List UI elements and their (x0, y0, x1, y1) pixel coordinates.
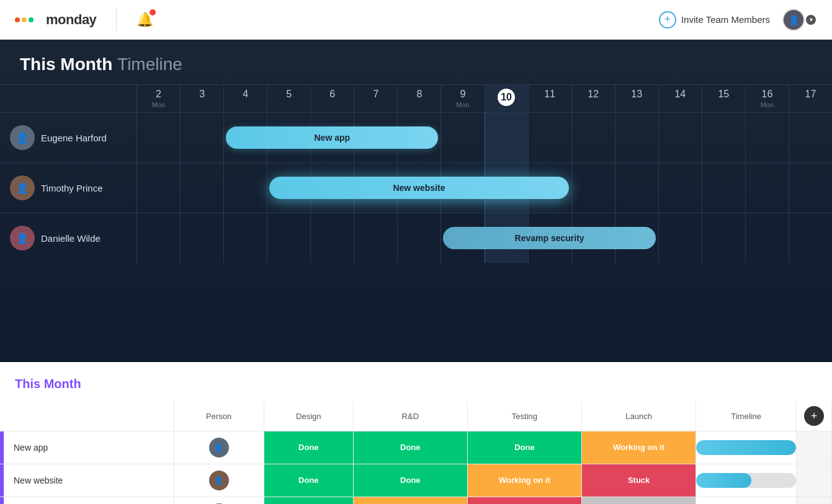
table-header-row: Person Design R&D Testing Launch Timelin… (0, 401, 832, 431)
table-row-2: Revamp security 👤DoneWorking on itStuck (0, 497, 832, 505)
row-2-testing-badge: Stuck (468, 497, 581, 504)
gantt-bar-2[interactable]: Revamp security (443, 227, 655, 249)
gantt-col-3 (267, 213, 310, 263)
gantt-col-13 (702, 113, 745, 162)
row-timeline-cell-2 (696, 497, 797, 505)
user-avatar[interactable]: 👤 (782, 9, 805, 31)
row-2-design[interactable]: Done (264, 497, 353, 505)
gantt-bar-1[interactable]: New website (269, 177, 568, 199)
table-section: This Month Person Design R&D Testing Lau… (0, 362, 832, 504)
row-person-avatar-1: 👤 (209, 471, 229, 490)
row-0-launch[interactable]: Working on it (582, 431, 696, 464)
logo-text: monday (46, 12, 96, 28)
logo-divider (116, 9, 117, 31)
row-0-testing-badge: Done (468, 431, 581, 464)
gantt-col-1 (180, 213, 223, 263)
date-cell-12: 12 (571, 85, 615, 112)
person-avatar-1: 👤 (10, 175, 35, 200)
row-2-launch-badge (582, 497, 696, 504)
gantt-col-10 (571, 163, 615, 213)
logo-dots (15, 17, 34, 22)
table-row-0: New app 👤DoneDoneDoneWorking on it (0, 431, 832, 464)
row-1-testing[interactable]: Working on it (467, 464, 581, 497)
date-cell-13: 13 (615, 85, 658, 112)
logo-dot-yellow (22, 17, 27, 22)
gantt-col-15 (789, 113, 832, 162)
date-cell-10: 10 (485, 85, 528, 112)
row-2-testing[interactable]: Stuck (467, 497, 581, 505)
invite-team-button[interactable]: + Invite Team Members (659, 11, 770, 29)
date-cell-17: 17 (789, 85, 832, 112)
gantt-col-4 (310, 213, 354, 263)
person-row-1: 👤Timothy PrinceNew website (0, 162, 832, 213)
col-header-design: Design (264, 401, 353, 431)
table-title: This Month (0, 377, 832, 401)
row-name-cell-0: New app (0, 431, 174, 464)
row-1-design[interactable]: Done (264, 464, 353, 497)
gantt-col-1 (180, 113, 223, 162)
logo-dot-green (29, 17, 34, 22)
timeline-section: This Month Timeline 2Mon3456789Mon101112… (0, 40, 832, 362)
col-header-add: + (797, 401, 832, 431)
row-0-design-badge: Done (264, 431, 353, 464)
person-avatar-2: 👤 (10, 226, 35, 250)
bell-icon[interactable]: 🔔 (136, 12, 153, 28)
row-person-cell-2: 👤 (174, 497, 264, 505)
row-0-rd[interactable]: Done (353, 431, 467, 464)
gantt-col-0 (136, 163, 180, 213)
row-1-testing-badge: Working on it (468, 464, 581, 497)
row-name-cell-1: New website (0, 464, 174, 497)
header: monday 🔔 + Invite Team Members 👤 ▾ (0, 0, 832, 40)
col-header-rd: R&D (353, 401, 467, 431)
timeline-title-main: This Month (20, 55, 112, 74)
gantt-area-1: New website (136, 163, 832, 213)
date-cell-8: 8 (397, 85, 441, 112)
logo-area: monday 🔔 (15, 9, 153, 31)
person-name-0: Eugene Harford (41, 133, 107, 143)
row-0-launch-badge: Working on it (582, 431, 696, 464)
row-2-rd[interactable]: Working on it (353, 497, 467, 505)
person-avatar-0: 👤 (10, 125, 35, 150)
row-0-rd-badge: Done (354, 431, 467, 464)
date-cell-15: 15 (702, 85, 745, 112)
gantt-col-13 (702, 163, 745, 213)
gantt-col-13 (702, 213, 745, 263)
avatar-group: 👤 ▾ (782, 9, 817, 31)
row-2-rd-badge: Working on it (354, 497, 467, 504)
header-right: + Invite Team Members 👤 ▾ (659, 9, 817, 31)
gantt-col-10 (571, 113, 615, 162)
col-header-testing: Testing (467, 401, 581, 431)
gantt-col-14 (745, 213, 789, 263)
row-1-launch[interactable]: Stuck (582, 464, 696, 497)
gantt-col-14 (745, 113, 789, 162)
row-person-cell-0: 👤 (174, 431, 264, 464)
date-cell-14: 14 (658, 85, 702, 112)
bell-badge (150, 9, 156, 15)
person-row-2: 👤Danielle WildeRevamp security (0, 213, 832, 263)
date-cell-9: 9Mon (441, 85, 484, 112)
gantt-col-9 (528, 113, 571, 162)
person-info-0: 👤Eugene Harford (0, 125, 136, 150)
gantt-area-2: Revamp security (136, 213, 832, 263)
row-1-rd[interactable]: Done (353, 464, 467, 497)
date-cell-3: 3 (180, 85, 223, 112)
logo-dot-red (15, 17, 20, 22)
date-cell-11: 11 (528, 85, 571, 112)
invite-plus-icon: + (659, 11, 676, 29)
gantt-col-7 (441, 113, 484, 162)
gantt-col-12 (658, 213, 702, 263)
gantt-col-0 (136, 113, 180, 162)
gantt-bar-0[interactable]: New app (226, 126, 438, 149)
row-0-testing[interactable]: Done (467, 431, 581, 464)
row-name-text-0: New app (4, 443, 58, 453)
date-cell-4: 4 (223, 85, 267, 112)
row-2-launch[interactable] (582, 497, 696, 505)
gantt-col-5 (354, 213, 397, 263)
date-row: 2Mon3456789Mon10111213141516Mon17 (0, 84, 832, 112)
row-extra-1 (797, 464, 832, 497)
avatar-chevron-icon[interactable]: ▾ (805, 14, 817, 26)
add-column-button[interactable]: + (804, 406, 824, 426)
gantt-col-12 (658, 163, 702, 213)
timeline-bar-wrap-1 (696, 473, 796, 488)
row-0-design[interactable]: Done (264, 431, 353, 464)
